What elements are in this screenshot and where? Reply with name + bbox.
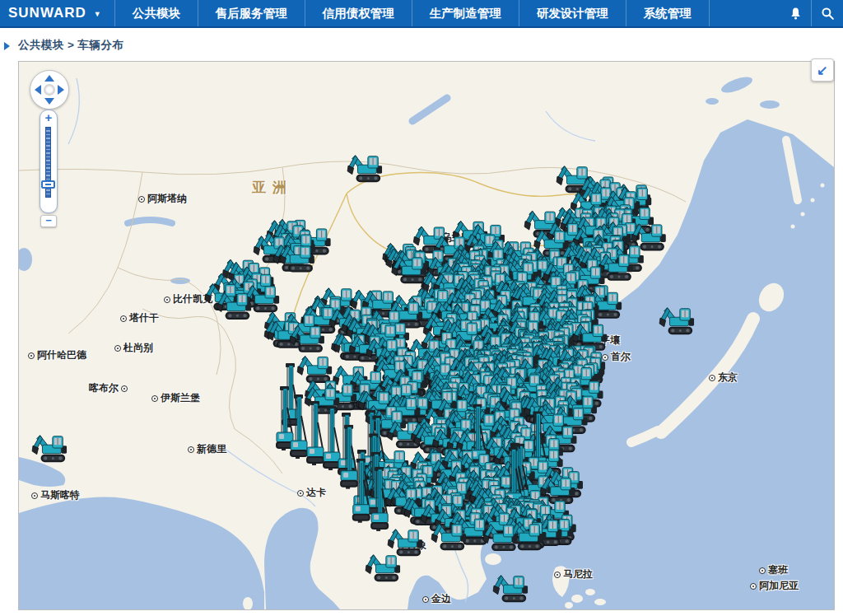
pan-center-button[interactable] [44,84,55,96]
drilling-rig-marker[interactable] [338,413,356,477]
zoom-in-button[interactable]: + [40,112,57,124]
excavator-marker[interactable] [297,356,332,382]
nav-item[interactable]: 信用债权管理 [305,0,412,26]
map-zoom-slider[interactable]: + [40,110,58,213]
pan-up-arrow-icon[interactable] [44,75,54,82]
nav-item[interactable]: 公共模块 [114,0,198,26]
vehicle-layer [19,62,834,609]
excavator-marker[interactable] [366,555,400,581]
nav-items: 公共模块售后服务管理信用债权管理生产制造管理研发设计管理系统管理 [114,0,710,26]
excavator-marker[interactable] [32,436,67,462]
breadcrumb-page: 车辆分布 [77,39,123,51]
bell-icon [789,7,803,21]
breadcrumb-section[interactable]: 公共模块 [18,39,64,51]
vehicle-distribution-map[interactable]: 亚洲 阿斯塔纳乌兰巴托比什凯克塔什干杜尚别阿什哈巴德喀布尔伊斯兰堡新德里马斯喀特… [18,61,835,610]
map-collapse-button[interactable]: ↙ [811,58,834,82]
map-viewport[interactable]: 亚洲 阿斯塔纳乌兰巴托比什凯克塔什干杜尚别阿什哈巴德喀布尔伊斯兰堡新德里马斯喀特… [19,62,834,609]
excavator-marker[interactable] [388,530,422,556]
excavator-marker[interactable] [659,308,694,334]
breadcrumb-separator: > [68,39,74,51]
caret-down-icon: ▼ [94,10,101,18]
top-nav-bar: SUNWARD ▼ 公共模块售后服务管理信用债权管理生产制造管理研发设计管理系统… [0,0,843,28]
nav-item[interactable]: 生产制造管理 [412,0,519,26]
vehicle-markers[interactable] [32,156,694,602]
pan-right-arrow-icon[interactable] [58,85,64,95]
nav-item[interactable]: 研发设计管理 [519,0,626,26]
zoom-out-button[interactable]: − [40,215,57,227]
zoom-handle[interactable] [41,180,55,189]
search-icon [821,7,835,21]
topbar-right [780,0,843,26]
sidebar-expand-icon[interactable] [4,42,10,50]
nav-item[interactable]: 系统管理 [626,0,710,26]
breadcrumb-row: 公共模块>车辆分布 [0,28,843,61]
pan-down-arrow-icon[interactable] [44,98,54,105]
nav-item[interactable]: 售后服务管理 [198,0,305,26]
brand-logo-text: SUNWARD [8,5,86,21]
breadcrumb: 公共模块>车辆分布 [18,38,123,53]
pan-left-arrow-icon[interactable] [35,85,41,95]
notifications-button[interactable] [780,0,811,26]
arrow-down-left-icon: ↙ [817,63,827,78]
map-pan-control[interactable] [30,70,69,110]
search-button[interactable] [811,0,843,26]
drilling-rig-marker[interactable] [340,425,358,489]
excavator-marker[interactable] [347,156,382,182]
excavator-marker[interactable] [493,576,528,602]
brand-logo[interactable]: SUNWARD ▼ [0,0,109,26]
